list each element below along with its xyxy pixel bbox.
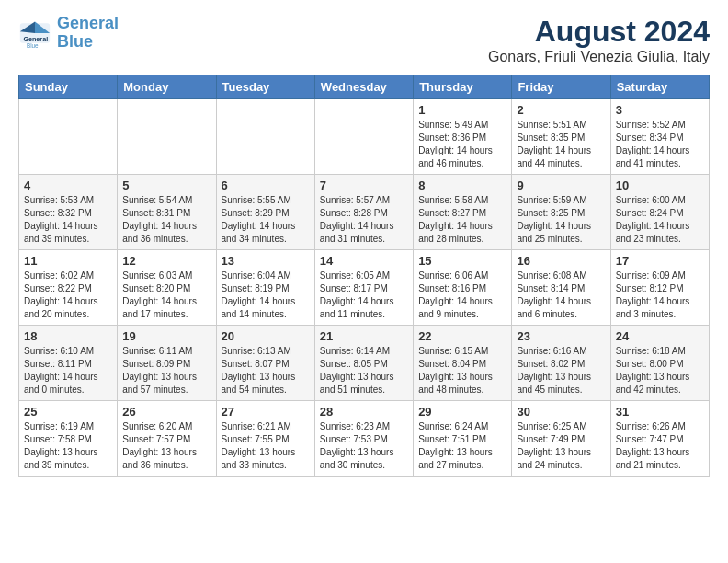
day-number: 16 <box>517 254 605 268</box>
calendar-cell: 30Sunrise: 6:25 AM Sunset: 7:49 PM Dayli… <box>512 401 610 477</box>
calendar-cell: 2Sunrise: 5:51 AM Sunset: 8:35 PM Daylig… <box>512 99 610 175</box>
col-sunday: Sunday <box>19 75 118 99</box>
day-info: Sunrise: 5:58 AM Sunset: 8:27 PM Dayligh… <box>418 194 506 246</box>
day-info: Sunrise: 6:00 AM Sunset: 8:24 PM Dayligh… <box>616 194 704 246</box>
day-info: Sunrise: 5:54 AM Sunset: 8:31 PM Dayligh… <box>122 194 210 246</box>
day-number: 31 <box>616 405 704 419</box>
day-number: 30 <box>517 405 605 419</box>
day-number: 13 <box>222 254 310 268</box>
calendar-cell: 27Sunrise: 6:21 AM Sunset: 7:55 PM Dayli… <box>216 401 314 477</box>
day-number: 2 <box>517 103 605 117</box>
calendar-cell: 5Sunrise: 5:54 AM Sunset: 8:31 PM Daylig… <box>118 175 216 250</box>
calendar-cell: 8Sunrise: 5:58 AM Sunset: 8:27 PM Daylig… <box>414 175 512 250</box>
calendar-cell: 31Sunrise: 6:26 AM Sunset: 7:47 PM Dayli… <box>610 401 709 477</box>
calendar-cell: 12Sunrise: 6:03 AM Sunset: 8:20 PM Dayli… <box>118 250 216 326</box>
col-wednesday: Wednesday <box>314 75 413 99</box>
calendar-cell: 18Sunrise: 6:10 AM Sunset: 8:11 PM Dayli… <box>19 326 118 401</box>
day-info: Sunrise: 6:20 AM Sunset: 7:57 PM Dayligh… <box>122 420 210 472</box>
day-number: 8 <box>418 178 506 192</box>
day-info: Sunrise: 6:26 AM Sunset: 7:47 PM Dayligh… <box>616 420 704 472</box>
day-number: 17 <box>616 254 704 268</box>
day-number: 25 <box>24 405 112 419</box>
calendar-cell <box>216 99 314 175</box>
col-friday: Friday <box>512 75 610 99</box>
calendar-week-4: 18Sunrise: 6:10 AM Sunset: 8:11 PM Dayli… <box>19 326 710 401</box>
day-info: Sunrise: 6:09 AM Sunset: 8:12 PM Dayligh… <box>616 270 704 321</box>
day-number: 7 <box>320 178 408 192</box>
day-info: Sunrise: 5:53 AM Sunset: 8:32 PM Dayligh… <box>24 194 112 246</box>
day-info: Sunrise: 6:13 AM Sunset: 8:07 PM Dayligh… <box>222 345 310 396</box>
calendar-week-5: 25Sunrise: 6:19 AM Sunset: 7:58 PM Dayli… <box>19 401 710 477</box>
day-info: Sunrise: 5:51 AM Sunset: 8:35 PM Dayligh… <box>517 119 605 170</box>
title-block: August 2024 Gonars, Friuli Venezia Giuli… <box>488 15 710 65</box>
calendar-cell: 1Sunrise: 5:49 AM Sunset: 8:36 PM Daylig… <box>414 99 512 175</box>
calendar-cell: 15Sunrise: 6:06 AM Sunset: 8:16 PM Dayli… <box>414 250 512 326</box>
calendar-cell: 29Sunrise: 6:24 AM Sunset: 7:51 PM Dayli… <box>414 401 512 477</box>
day-number: 29 <box>418 405 506 419</box>
calendar-cell: 21Sunrise: 6:14 AM Sunset: 8:05 PM Dayli… <box>314 326 413 401</box>
calendar-week-2: 4Sunrise: 5:53 AM Sunset: 8:32 PM Daylig… <box>19 175 710 250</box>
day-info: Sunrise: 6:24 AM Sunset: 7:51 PM Dayligh… <box>418 420 506 472</box>
logo-icon: General Blue <box>18 17 51 50</box>
calendar-week-3: 11Sunrise: 6:02 AM Sunset: 8:22 PM Dayli… <box>19 250 710 326</box>
calendar-cell: 24Sunrise: 6:18 AM Sunset: 8:00 PM Dayli… <box>610 326 709 401</box>
logo-name: General Blue <box>57 15 119 52</box>
day-number: 4 <box>24 178 112 192</box>
calendar-cell: 22Sunrise: 6:15 AM Sunset: 8:04 PM Dayli… <box>414 326 512 401</box>
day-number: 11 <box>24 254 112 268</box>
day-info: Sunrise: 5:59 AM Sunset: 8:25 PM Dayligh… <box>517 194 605 246</box>
day-info: Sunrise: 6:19 AM Sunset: 7:58 PM Dayligh… <box>24 420 112 472</box>
main-title: August 2024 <box>488 15 710 49</box>
day-number: 15 <box>418 254 506 268</box>
col-tuesday: Tuesday <box>216 75 314 99</box>
day-number: 5 <box>122 178 210 192</box>
page: General Blue General Blue August 2024 Go… <box>0 0 728 563</box>
calendar-cell <box>19 99 118 175</box>
calendar-cell: 26Sunrise: 6:20 AM Sunset: 7:57 PM Dayli… <box>118 401 216 477</box>
col-thursday: Thursday <box>414 75 512 99</box>
day-number: 3 <box>616 103 704 117</box>
day-info: Sunrise: 6:16 AM Sunset: 8:02 PM Dayligh… <box>517 345 605 396</box>
calendar-week-1: 1Sunrise: 5:49 AM Sunset: 8:36 PM Daylig… <box>19 99 710 175</box>
calendar-cell <box>118 99 216 175</box>
calendar-cell: 10Sunrise: 6:00 AM Sunset: 8:24 PM Dayli… <box>610 175 709 250</box>
calendar-cell: 11Sunrise: 6:02 AM Sunset: 8:22 PM Dayli… <box>19 250 118 326</box>
calendar-cell: 3Sunrise: 5:52 AM Sunset: 8:34 PM Daylig… <box>610 99 709 175</box>
calendar-cell: 13Sunrise: 6:04 AM Sunset: 8:19 PM Dayli… <box>216 250 314 326</box>
day-info: Sunrise: 5:57 AM Sunset: 8:28 PM Dayligh… <box>320 194 408 246</box>
day-number: 18 <box>24 329 112 343</box>
day-info: Sunrise: 6:03 AM Sunset: 8:20 PM Dayligh… <box>122 270 210 321</box>
col-saturday: Saturday <box>610 75 709 99</box>
day-info: Sunrise: 6:06 AM Sunset: 8:16 PM Dayligh… <box>418 270 506 321</box>
day-info: Sunrise: 6:08 AM Sunset: 8:14 PM Dayligh… <box>517 270 605 321</box>
calendar-header-row: Sunday Monday Tuesday Wednesday Thursday… <box>19 75 710 99</box>
day-info: Sunrise: 6:02 AM Sunset: 8:22 PM Dayligh… <box>24 270 112 321</box>
svg-text:Blue: Blue <box>27 42 39 49</box>
day-number: 19 <box>122 329 210 343</box>
calendar-cell: 23Sunrise: 6:16 AM Sunset: 8:02 PM Dayli… <box>512 326 610 401</box>
calendar-cell: 7Sunrise: 5:57 AM Sunset: 8:28 PM Daylig… <box>314 175 413 250</box>
day-number: 22 <box>418 329 506 343</box>
day-info: Sunrise: 6:14 AM Sunset: 8:05 PM Dayligh… <box>320 345 408 396</box>
calendar-cell: 25Sunrise: 6:19 AM Sunset: 7:58 PM Dayli… <box>19 401 118 477</box>
calendar-cell: 28Sunrise: 6:23 AM Sunset: 7:53 PM Dayli… <box>314 401 413 477</box>
day-info: Sunrise: 6:23 AM Sunset: 7:53 PM Dayligh… <box>320 420 408 472</box>
day-number: 28 <box>320 405 408 419</box>
calendar-cell: 4Sunrise: 5:53 AM Sunset: 8:32 PM Daylig… <box>19 175 118 250</box>
day-number: 9 <box>517 178 605 192</box>
calendar-cell: 14Sunrise: 6:05 AM Sunset: 8:17 PM Dayli… <box>314 250 413 326</box>
day-number: 20 <box>222 329 310 343</box>
calendar-cell: 20Sunrise: 6:13 AM Sunset: 8:07 PM Dayli… <box>216 326 314 401</box>
day-number: 6 <box>222 178 310 192</box>
logo-line1: General <box>57 14 119 32</box>
day-info: Sunrise: 6:15 AM Sunset: 8:04 PM Dayligh… <box>418 345 506 396</box>
subtitle: Gonars, Friuli Venezia Giulia, Italy <box>488 49 710 65</box>
day-info: Sunrise: 6:10 AM Sunset: 8:11 PM Dayligh… <box>24 345 112 396</box>
day-number: 23 <box>517 329 605 343</box>
calendar-table: Sunday Monday Tuesday Wednesday Thursday… <box>18 75 710 477</box>
col-monday: Monday <box>118 75 216 99</box>
day-number: 27 <box>222 405 310 419</box>
day-info: Sunrise: 6:05 AM Sunset: 8:17 PM Dayligh… <box>320 270 408 321</box>
calendar-cell: 6Sunrise: 5:55 AM Sunset: 8:29 PM Daylig… <box>216 175 314 250</box>
logo-text-block: General Blue <box>57 15 119 52</box>
